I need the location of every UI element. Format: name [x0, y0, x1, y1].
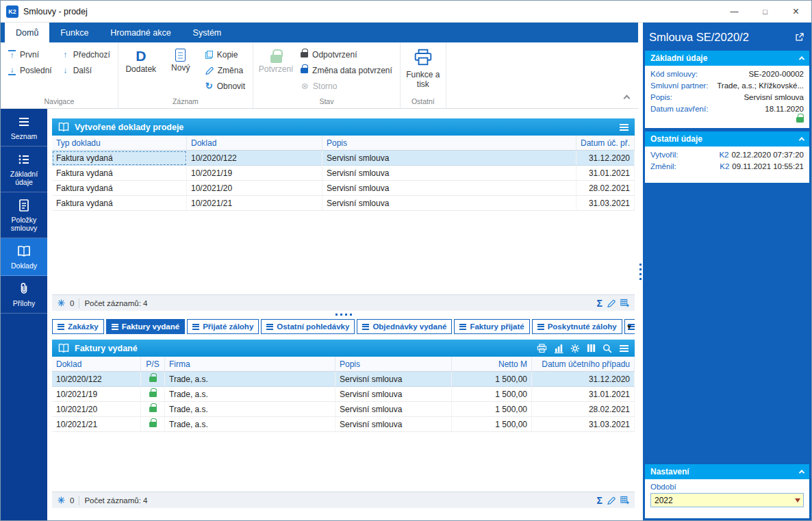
chart-icon[interactable] — [554, 344, 563, 353]
previous-button[interactable]: ↑ Předchozí — [58, 47, 114, 62]
field-value: SE-2020-00002 — [748, 70, 804, 78]
cancel-button[interactable]: ⊗ Storno — [296, 79, 396, 93]
doc-tab-6[interactable]: Faktury přijaté — [454, 319, 529, 334]
sidebar-item-label: Základní údaje — [2, 170, 46, 186]
cell: Trade, a.s. — [165, 372, 335, 387]
period-input[interactable] — [650, 493, 804, 507]
confirm-button[interactable]: Potvrzení — [257, 47, 295, 76]
cell: Trade, a.s. — [165, 417, 335, 432]
invoices-panel-title: Faktury vydané — [75, 344, 138, 353]
edit-button[interactable]: Změna — [201, 63, 249, 77]
menu-icon[interactable] — [619, 123, 629, 131]
filter-snowflake-icon[interactable] — [58, 299, 65, 307]
sidebar-item-1[interactable]: Seznam — [1, 109, 47, 147]
ribbon-group-stav: Potvrzení Odpotvrzení Změna data potvrze… — [253, 42, 401, 108]
filter-snowflake-icon[interactable] — [58, 496, 65, 504]
section-basic: Základní údaje Kód smlouvy: SE-2020-0000… — [645, 51, 809, 128]
section-other-header[interactable]: Ostatní údaje — [645, 131, 809, 147]
new-button[interactable]: Nový — [162, 47, 200, 75]
maximize-button[interactable]: □ — [750, 1, 781, 22]
functions-print-button[interactable]: Funkce a tisk — [404, 47, 442, 91]
close-button[interactable]: × — [781, 1, 811, 22]
columns-icon[interactable] — [587, 344, 596, 353]
group-label-stav: Stav — [257, 96, 396, 108]
doc-tab-7[interactable]: Poskytnuté zálohy — [532, 319, 622, 334]
vertical-splitter[interactable] — [638, 23, 643, 520]
ribbon: ↑ První ↓ Poslední ↑ Předchozí — [1, 42, 638, 109]
column-header[interactable]: Datum účetního případu — [532, 357, 635, 371]
lock-icon — [149, 407, 157, 412]
table-row[interactable]: 10/2021/20Trade, a.s.Servisní smlouva1 5… — [52, 402, 635, 417]
column-header[interactable]: Netto M — [452, 357, 532, 371]
copy-button[interactable]: Kopie — [201, 47, 249, 62]
ribbon-tab-4[interactable]: Systém — [182, 23, 233, 42]
sidebar-item-3[interactable]: Položky smlouvy — [1, 192, 47, 238]
doc-tab-2[interactable]: Faktury vydané — [106, 319, 185, 334]
doc-tab-3[interactable]: Přijaté zálohy — [187, 319, 259, 334]
sidebar-item-4[interactable]: Doklady — [1, 238, 47, 276]
column-header[interactable]: Typ dokladu — [52, 136, 187, 150]
doc-tab-4[interactable]: Ostatní pohledávky — [261, 319, 355, 334]
copy-label: Kopie — [217, 50, 238, 60]
tabs-overflow-button[interactable]: ▼ — [624, 321, 635, 333]
column-header[interactable]: Doklad — [52, 357, 141, 371]
detail-panel: Smlouva SE/2020/2 Základní údaje Kód sml… — [643, 23, 811, 520]
amendment-button[interactable]: D Dodatek — [122, 47, 160, 76]
sum-icon[interactable]: Σ — [597, 496, 602, 505]
table-row[interactable]: Faktura vydaná10/2021/21Servisní smlouva… — [52, 196, 635, 211]
cell: Servisní smlouva — [322, 196, 576, 211]
horizontal-splitter[interactable] — [52, 311, 635, 318]
refresh-button[interactable]: ↻ Obnovit — [201, 79, 249, 93]
ribbon-tab-3[interactable]: Hromadné akce — [99, 23, 181, 42]
ribbon-collapse-button[interactable] — [622, 89, 631, 105]
column-header[interactable]: P/S — [141, 357, 165, 371]
change-confirm-date-button[interactable]: Změna data potvrzení — [296, 63, 396, 77]
table-row[interactable]: Faktura vydaná10/2021/20Servisní smlouva… — [52, 181, 635, 196]
column-header[interactable]: Popis — [335, 357, 452, 371]
sum-icon[interactable]: Σ — [597, 298, 602, 308]
section-settings-title: Nastavení — [650, 467, 689, 476]
next-button[interactable]: ↓ Další — [58, 63, 114, 77]
section-settings-header[interactable]: Nastavení — [645, 464, 809, 479]
lock-icon — [149, 392, 157, 397]
cell: 28.02.2021 — [532, 402, 635, 417]
first-button[interactable]: ↑ První — [4, 47, 56, 62]
column-header[interactable]: Doklad — [187, 136, 322, 150]
column-header[interactable]: Datum úč. př. — [576, 136, 635, 150]
section-other: Ostatní údaje Vytvořil: K202.12.2020 07:… — [645, 131, 809, 183]
cell: 1 500,00 — [452, 372, 532, 387]
section-basic-header[interactable]: Základní údaje — [645, 51, 809, 66]
ribbon-group-navigace: ↑ První ↓ Poslední ↑ Předchozí — [1, 42, 118, 108]
section-other-title: Ostatní údaje — [650, 134, 702, 144]
last-button[interactable]: ↓ Poslední — [4, 63, 56, 77]
table-row[interactable]: 10/2020/122Trade, a.s.Servisní smlouva1 … — [52, 372, 635, 387]
grid-settings-icon[interactable] — [620, 298, 629, 307]
table-row[interactable]: 10/2021/19Trade, a.s.Servisní smlouva1 5… — [52, 387, 635, 402]
period-dropdown-icon[interactable] — [795, 498, 800, 503]
minimize-button[interactable]: — — [719, 1, 750, 22]
table-row[interactable]: Faktura vydaná10/2021/19Servisní smlouva… — [52, 166, 635, 181]
doc-tab-5[interactable]: Objednávky vydané — [357, 319, 452, 334]
menu-icon[interactable] — [619, 344, 629, 353]
tab-lines-icon — [537, 324, 544, 330]
doc-tab-label: Objednávky vydané — [372, 322, 446, 331]
sidebar-item-5[interactable]: Přílohy — [1, 276, 47, 314]
column-header[interactable]: Popis — [322, 136, 576, 150]
unconfirm-button[interactable]: Odpotvrzení — [296, 47, 396, 62]
open-in-window-icon[interactable] — [794, 31, 805, 43]
column-header[interactable]: Firma — [165, 357, 335, 371]
printer-icon[interactable] — [537, 344, 547, 353]
sidebar-item-2[interactable]: Základní údaje — [1, 147, 47, 192]
gear-icon[interactable] — [570, 344, 580, 353]
zoom-icon[interactable] — [602, 344, 612, 353]
doc-tab-1[interactable]: Zakázky — [52, 319, 104, 334]
next-icon: ↓ — [62, 66, 69, 75]
ribbon-tab-1[interactable]: Domů — [5, 23, 49, 42]
table-row[interactable]: Faktura vydaná10/2020/122Servisní smlouv… — [52, 151, 635, 166]
edit-icon[interactable] — [607, 496, 616, 505]
table-row[interactable]: 10/2021/21Trade, a.s.Servisní smlouva1 5… — [52, 417, 635, 432]
ribbon-tab-2[interactable]: Funkce — [49, 23, 99, 42]
grid-settings-icon[interactable] — [620, 496, 629, 505]
book-icon — [58, 343, 70, 353]
edit-icon[interactable] — [607, 299, 616, 307]
